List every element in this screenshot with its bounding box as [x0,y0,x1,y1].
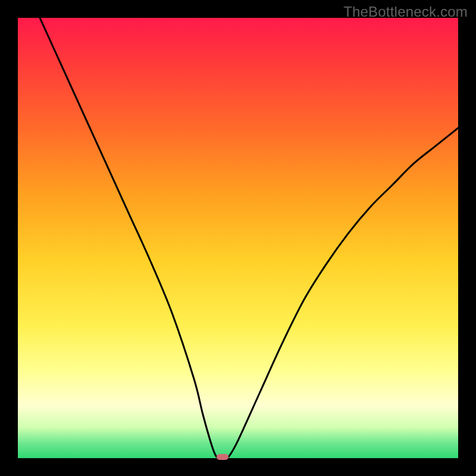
chart-frame: TheBottleneck.com [0,0,476,476]
optimum-marker [217,454,228,460]
curve-svg [18,18,458,458]
plot-area [18,18,458,458]
bottleneck-curve-path [40,18,458,458]
